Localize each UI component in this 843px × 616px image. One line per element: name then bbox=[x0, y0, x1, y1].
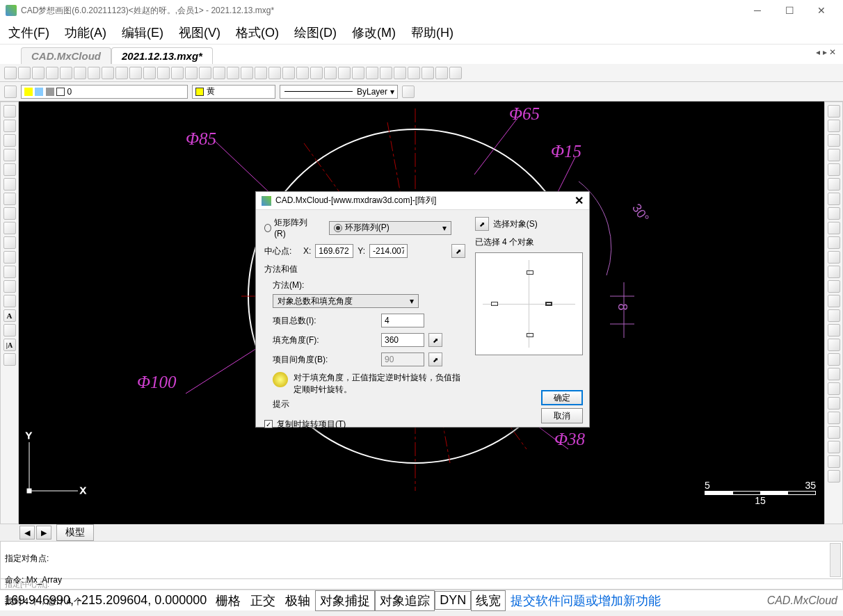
extend-tool-icon[interactable] bbox=[828, 251, 840, 264]
rotate-tool-icon[interactable] bbox=[828, 193, 840, 205]
layer-icon[interactable] bbox=[157, 67, 170, 79]
print-icon[interactable] bbox=[60, 67, 72, 79]
pick-center-button[interactable]: ⬈ bbox=[451, 244, 465, 258]
t18-icon[interactable] bbox=[241, 67, 253, 79]
model-tab[interactable]: 模型 bbox=[56, 524, 94, 541]
pick-between-angle-button[interactable]: ⬈ bbox=[428, 352, 442, 366]
menu-function[interactable]: 功能(A) bbox=[65, 24, 106, 41]
center-y-input[interactable] bbox=[369, 244, 408, 258]
dim-style-icon[interactable] bbox=[828, 455, 840, 468]
ray-tool-icon[interactable] bbox=[3, 120, 16, 132]
dim-leader-icon[interactable] bbox=[828, 441, 840, 453]
t30-icon[interactable] bbox=[408, 67, 420, 79]
rect-tool-icon[interactable] bbox=[3, 163, 16, 176]
text-tool-icon[interactable]: A bbox=[3, 309, 16, 322]
ok-button[interactable]: 确定 bbox=[541, 390, 583, 405]
t25-icon[interactable] bbox=[338, 67, 351, 79]
new-icon[interactable] bbox=[4, 67, 17, 79]
dim-edit-icon[interactable] bbox=[828, 470, 840, 483]
rotate-items-checkbox[interactable]: ✓ bbox=[264, 420, 273, 428]
item-count-input[interactable] bbox=[381, 314, 424, 327]
point-tool-icon[interactable] bbox=[3, 280, 16, 293]
trim-tool-icon[interactable] bbox=[828, 236, 840, 249]
t20-icon[interactable] bbox=[268, 67, 281, 79]
pick-fill-angle-button[interactable]: ⬈ bbox=[428, 333, 442, 347]
save-icon[interactable] bbox=[46, 67, 58, 79]
dim-radius-icon[interactable] bbox=[828, 368, 840, 380]
dim-diameter-icon[interactable] bbox=[828, 382, 840, 395]
copy-tool-icon[interactable] bbox=[828, 120, 840, 132]
menu-file[interactable]: 文件(F) bbox=[8, 24, 49, 41]
break-tool-icon[interactable] bbox=[828, 266, 840, 278]
explode-tool-icon[interactable] bbox=[828, 324, 840, 337]
pline-tool-icon[interactable] bbox=[3, 134, 16, 147]
t23-icon[interactable] bbox=[310, 67, 323, 79]
redo-icon[interactable] bbox=[380, 67, 392, 79]
rect-array-radio[interactable]: 矩形阵列(R) bbox=[264, 217, 311, 238]
close-button[interactable]: ✕ bbox=[805, 0, 837, 21]
mirror-tool-icon[interactable] bbox=[828, 134, 840, 147]
t16-icon[interactable] bbox=[213, 67, 225, 79]
polygon-tool-icon[interactable] bbox=[3, 149, 16, 161]
linetype-combo[interactable]: ByLayer ▾ bbox=[280, 85, 398, 99]
t15-icon[interactable] bbox=[199, 67, 211, 79]
menu-modify[interactable]: 修改(M) bbox=[352, 24, 396, 41]
arc-tool-icon[interactable] bbox=[3, 178, 16, 191]
t21-icon[interactable] bbox=[282, 67, 295, 79]
ellipse-tool-icon[interactable] bbox=[3, 222, 16, 234]
polar-array-radio[interactable]: 环形阵列(P) bbox=[329, 221, 451, 235]
t22-icon[interactable] bbox=[296, 67, 309, 79]
select-objects-icon[interactable]: ⬈ bbox=[475, 217, 489, 231]
layer-combo[interactable]: 0 bbox=[21, 85, 188, 99]
mtext-tool-icon[interactable]: |A bbox=[3, 339, 16, 351]
tab-active[interactable]: 2021.12.13.mxg* bbox=[111, 47, 213, 64]
hatch-tool-icon[interactable] bbox=[3, 295, 16, 307]
t33-icon[interactable] bbox=[449, 67, 462, 79]
fill-angle-input[interactable] bbox=[381, 333, 424, 347]
t31-icon[interactable] bbox=[421, 67, 434, 79]
tab-next-icon[interactable]: ▶ bbox=[36, 526, 51, 540]
t14-icon[interactable] bbox=[185, 67, 198, 79]
cmd-scrollbar[interactable] bbox=[830, 543, 841, 577]
array-tool-icon[interactable] bbox=[828, 163, 840, 176]
tab-nav[interactable]: ◂ ▸ ✕ bbox=[816, 47, 836, 57]
dialog-titlebar[interactable]: CAD.MxCloud-[www.mxdraw3d.com]-[阵列] ✕ bbox=[256, 192, 589, 210]
pan-icon[interactable] bbox=[102, 67, 114, 79]
spline-tool-icon[interactable] bbox=[3, 207, 16, 220]
menu-edit[interactable]: 编辑(E) bbox=[122, 24, 163, 41]
chamfer-tool-icon[interactable] bbox=[828, 295, 840, 307]
menu-format[interactable]: 格式(O) bbox=[236, 24, 279, 41]
dim-linear-icon[interactable] bbox=[828, 339, 840, 351]
t24-icon[interactable] bbox=[324, 67, 337, 79]
offset-tool-icon[interactable] bbox=[828, 149, 840, 161]
center-x-input[interactable] bbox=[315, 244, 353, 258]
menu-view[interactable]: 视图(V) bbox=[179, 24, 220, 41]
open-icon[interactable] bbox=[18, 67, 31, 79]
block-tool-icon[interactable] bbox=[3, 266, 16, 278]
fillet-tool-icon[interactable] bbox=[828, 309, 840, 322]
stretch-tool-icon[interactable] bbox=[828, 222, 840, 234]
region-tool-icon[interactable] bbox=[3, 353, 16, 366]
t13-icon[interactable] bbox=[171, 67, 184, 79]
color-combo[interactable]: 黄 bbox=[192, 85, 275, 99]
dialog-close-icon[interactable]: ✕ bbox=[575, 194, 584, 207]
zoom-icon[interactable] bbox=[74, 67, 86, 79]
find-icon[interactable] bbox=[143, 67, 156, 79]
t17-icon[interactable] bbox=[227, 67, 239, 79]
cancel-button[interactable]: 取消 bbox=[541, 408, 583, 423]
scale-tool-icon[interactable] bbox=[828, 207, 840, 220]
layers-icon[interactable] bbox=[4, 86, 17, 98]
tab-prev-icon[interactable]: ◀ bbox=[19, 526, 35, 540]
t19-icon[interactable] bbox=[255, 67, 267, 79]
open2-icon[interactable] bbox=[32, 67, 45, 79]
menu-help[interactable]: 帮助(H) bbox=[411, 24, 453, 41]
command-history[interactable]: 指定对角点: 命令: Mx_Array 找到 4 个，总计 4 个 bbox=[0, 541, 843, 579]
maximize-button[interactable]: ☐ bbox=[773, 0, 805, 21]
elarc-tool-icon[interactable] bbox=[3, 236, 16, 249]
line-tool-icon[interactable] bbox=[3, 105, 16, 117]
dim-baseline-icon[interactable] bbox=[828, 426, 840, 439]
circle-tool-icon[interactable] bbox=[3, 193, 16, 205]
tab-inactive[interactable]: CAD.MxCloud bbox=[21, 47, 111, 64]
dim-angular-icon[interactable] bbox=[828, 397, 840, 410]
join-tool-icon[interactable] bbox=[828, 280, 840, 293]
